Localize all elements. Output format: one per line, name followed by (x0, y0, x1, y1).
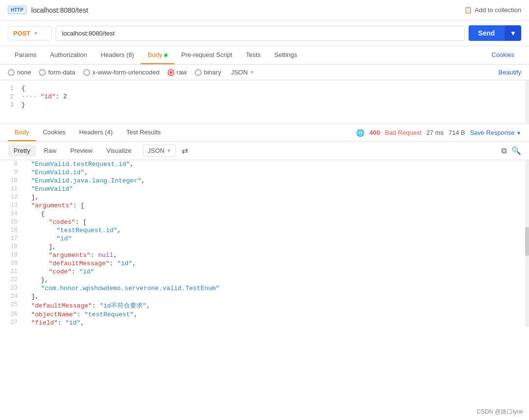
resp-line-15: 15 "codes": [ (0, 218, 529, 226)
response-body: 8 "EnumValid.testRequest.id", 9 "EnumVal… (0, 160, 529, 327)
resp-line-24: 24 ], (0, 292, 529, 301)
request-tabs: Params Authorization Headers (8) Body Pr… (0, 46, 529, 65)
save-response-dropdown-icon: ▼ (516, 130, 521, 136)
radio-raw-circle (168, 69, 174, 76)
status-time: 27 ms (426, 129, 443, 136)
tab-authorization[interactable]: Authorization (43, 46, 94, 64)
resp-tab-headers[interactable]: Headers (4) (73, 124, 120, 141)
resp-line-11: 11 "EnumValid" (0, 185, 529, 193)
tab-tests[interactable]: Tests (239, 46, 267, 64)
status-size: 714 B (449, 129, 465, 136)
method-dropdown-icon: ▼ (33, 31, 38, 36)
req-line-2: 2 ···· "id": 2 (0, 92, 525, 101)
response-actions: ⧉ 🔍 (501, 146, 521, 155)
resp-line-26: 26 "objectName": "testRequest", (0, 310, 529, 319)
tab-settings[interactable]: Settings (267, 46, 304, 64)
resp-tab-test-results[interactable]: Test Results (119, 124, 168, 141)
resp-tab-cookies[interactable]: Cookies (36, 124, 73, 141)
view-pretty[interactable]: Pretty (8, 145, 36, 157)
status-text: Bad Request (385, 129, 421, 136)
resp-line-22: 22 }, (0, 276, 529, 284)
watermark: CSDN @路口lyne (476, 408, 523, 416)
resp-line-18: 18 ], (0, 243, 529, 251)
wrap-icon[interactable]: ⇄ (182, 146, 188, 155)
response-view-row: Pretty Raw Preview Visualize JSON ▼ ⇄ ⧉ … (0, 142, 529, 160)
resp-line-10: 10 "EnumValid.java.lang.Integer", (0, 177, 529, 185)
resp-line-19: 19 "arguments": null, (0, 251, 529, 259)
method-label: POST (13, 30, 30, 37)
method-selector[interactable]: POST ▼ (8, 26, 52, 40)
send-button-group: Send ▼ (469, 25, 521, 41)
resp-line-23: 23 "com.honor.wpshowdemo.serverone.valid… (0, 284, 529, 292)
tab-pre-request[interactable]: Pre-request Script (174, 46, 239, 64)
copy-icon[interactable]: ⧉ (501, 146, 507, 155)
collection-icon: 📋 (464, 6, 472, 14)
resp-line-9: 9 "EnumValid.id", (0, 168, 529, 177)
resp-line-27: 27 "field": "id", (0, 319, 529, 327)
resp-line-14: 14 { (0, 210, 529, 218)
resp-line-20: 20 "defaultMessage": "id", (0, 259, 529, 268)
view-raw[interactable]: Raw (38, 145, 62, 157)
body-dot (164, 54, 168, 57)
top-bar: HTTP localhost:8080/test 📋 Add to collec… (0, 0, 529, 20)
tab-cookies-right[interactable]: Cookies (485, 46, 521, 64)
resp-line-13: 13 "arguments": [ (0, 201, 529, 210)
req-line-1: 1 { (0, 84, 525, 92)
radio-raw[interactable]: raw (168, 69, 187, 76)
http-badge: HTTP (8, 6, 26, 14)
search-icon[interactable]: 🔍 (511, 146, 521, 155)
radio-form-data[interactable]: form-data (39, 69, 76, 76)
radio-urlencoded[interactable]: x-www-form-urlencoded (83, 69, 160, 76)
response-body-scroll[interactable]: 8 "EnumValid.testRequest.id", 9 "EnumVal… (0, 160, 529, 420)
radio-form-data-circle (39, 69, 46, 76)
status-code: 400 (369, 129, 380, 136)
response-meta: 🌐 400 Bad Request 27 ms 714 B Save Respo… (356, 129, 521, 137)
top-bar-left: HTTP localhost:8080/test (8, 6, 88, 14)
scrollbar-thumb[interactable] (525, 227, 529, 256)
json-format-selector[interactable]: JSON ▼ (231, 69, 255, 76)
beautify-button[interactable]: Beautify (498, 69, 521, 76)
resp-json-selector[interactable]: JSON ▼ (143, 145, 176, 157)
url-input[interactable] (56, 26, 465, 41)
resp-line-21: 21 "code": "id" (0, 268, 529, 276)
response-tabs-row: Body Cookies Headers (4) Test Results 🌐 … (0, 124, 529, 142)
top-bar-title: localhost:8080/test (31, 6, 88, 14)
resp-line-25: 25 "defaultMessage": "id不符合要求", (0, 301, 529, 310)
resp-tab-body[interactable]: Body (8, 124, 36, 141)
radio-binary[interactable]: binary (195, 69, 221, 76)
resp-line-17: 17 "id" (0, 235, 529, 243)
request-bar: POST ▼ Send ▼ (0, 20, 529, 46)
send-dropdown-button[interactable]: ▼ (505, 25, 521, 41)
req-line-3: 3 } (0, 101, 525, 109)
scrollbar-track[interactable] (525, 160, 529, 327)
resp-line-8: 8 "EnumValid.testRequest.id", (0, 160, 529, 168)
save-response-button[interactable]: Save Response ▼ (470, 129, 521, 136)
json-dropdown-icon: ▼ (250, 70, 255, 75)
app-container: HTTP localhost:8080/test 📋 Add to collec… (0, 0, 529, 420)
view-preview[interactable]: Preview (64, 145, 98, 157)
tab-body[interactable]: Body (141, 46, 174, 64)
body-type-row: none form-data x-www-form-urlencoded raw… (0, 65, 529, 80)
resp-json-dropdown-icon: ▼ (167, 148, 171, 153)
add-to-collection-button[interactable]: 📋 Add to collection (464, 6, 521, 14)
request-body-editor[interactable]: 1 { 2 ···· "id": 2 3 } (0, 80, 529, 124)
radio-none[interactable]: none (8, 69, 31, 76)
tab-headers[interactable]: Headers (8) (94, 46, 141, 64)
radio-binary-circle (195, 69, 202, 76)
response-section: Body Cookies Headers (4) Test Results 🌐 … (0, 124, 529, 420)
radio-none-circle (8, 69, 15, 76)
send-button[interactable]: Send (469, 25, 505, 41)
resp-line-16: 16 "testRequest.id", (0, 226, 529, 235)
view-visualize[interactable]: Visualize (100, 145, 137, 157)
globe-icon: 🌐 (356, 129, 364, 137)
resp-line-12: 12 ], (0, 193, 529, 201)
radio-urlencoded-circle (83, 69, 90, 76)
tab-params[interactable]: Params (8, 46, 43, 64)
